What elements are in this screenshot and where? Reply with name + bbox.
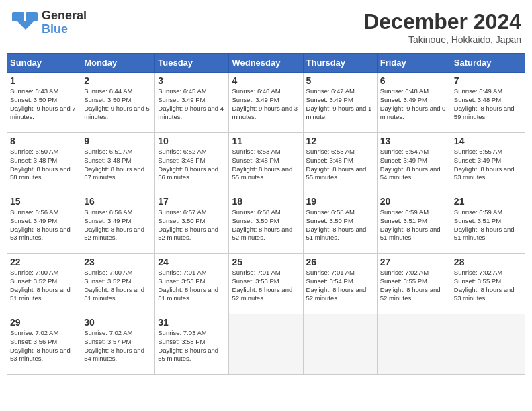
weekday-friday: Friday: [377, 54, 451, 73]
day-number: 6: [380, 75, 448, 86]
weekday-saturday: Saturday: [451, 54, 525, 73]
day-number: 27: [380, 257, 448, 267]
day-info: Sunrise: 6:59 AM Sunset: 3:51 PM Dayligh…: [454, 208, 522, 242]
weekday-sunday: Sunday: [7, 54, 81, 73]
day-cell-16: 16Sunrise: 6:56 AM Sunset: 3:49 PM Dayli…: [81, 193, 155, 254]
day-cell-12: 12Sunrise: 6:53 AM Sunset: 3:48 PM Dayli…: [303, 133, 377, 193]
svg-rect-0: [12, 12, 24, 21]
day-info: Sunrise: 7:02 AM Sunset: 3:57 PM Dayligh…: [84, 329, 152, 363]
day-number: 3: [158, 75, 226, 86]
day-info: Sunrise: 6:54 AM Sunset: 3:49 PM Dayligh…: [380, 148, 448, 182]
header: General Blue December 2024 Takinoue, Hok…: [7, 7, 525, 48]
day-number: 20: [380, 196, 448, 207]
day-number: 8: [10, 136, 78, 146]
day-info: Sunrise: 7:02 AM Sunset: 3:56 PM Dayligh…: [10, 329, 78, 363]
day-number: 19: [306, 196, 374, 207]
day-cell-11: 11Sunrise: 6:53 AM Sunset: 3:48 PM Dayli…: [229, 133, 303, 193]
day-cell-26: 26Sunrise: 7:01 AM Sunset: 3:54 PM Dayli…: [303, 254, 377, 314]
day-number: 2: [84, 75, 152, 86]
empty-cell: [229, 314, 303, 375]
day-info: Sunrise: 6:47 AM Sunset: 3:49 PM Dayligh…: [306, 87, 374, 122]
location-title: Takinoue, Hokkaido, Japan: [363, 34, 521, 45]
empty-cell: [377, 314, 451, 375]
empty-cell: [451, 314, 525, 375]
day-number: 15: [10, 196, 78, 207]
day-cell-18: 18Sunrise: 6:58 AM Sunset: 3:50 PM Dayli…: [229, 193, 303, 254]
day-info: Sunrise: 6:50 AM Sunset: 3:48 PM Dayligh…: [10, 148, 78, 182]
day-cell-5: 5Sunrise: 6:47 AM Sunset: 3:49 PM Daylig…: [303, 73, 377, 133]
day-cell-10: 10Sunrise: 6:52 AM Sunset: 3:48 PM Dayli…: [155, 133, 229, 193]
title-area: December 2024 Takinoue, Hokkaido, Japan: [363, 9, 521, 45]
day-info: Sunrise: 7:01 AM Sunset: 3:53 PM Dayligh…: [232, 269, 300, 303]
day-info: Sunrise: 6:43 AM Sunset: 3:50 PM Dayligh…: [10, 87, 78, 122]
calendar-body: 1Sunrise: 6:43 AM Sunset: 3:50 PM Daylig…: [7, 73, 525, 375]
day-number: 14: [454, 136, 522, 146]
day-cell-28: 28Sunrise: 7:02 AM Sunset: 3:55 PM Dayli…: [451, 254, 525, 314]
day-info: Sunrise: 7:01 AM Sunset: 3:54 PM Dayligh…: [306, 269, 374, 303]
logo: General Blue: [11, 9, 87, 36]
day-number: 24: [158, 257, 226, 267]
day-cell-2: 2Sunrise: 6:44 AM Sunset: 3:50 PM Daylig…: [81, 73, 155, 133]
day-cell-3: 3Sunrise: 6:45 AM Sunset: 3:49 PM Daylig…: [155, 73, 229, 133]
week-row-3: 15Sunrise: 6:56 AM Sunset: 3:49 PM Dayli…: [7, 193, 525, 254]
day-info: Sunrise: 7:01 AM Sunset: 3:53 PM Dayligh…: [158, 269, 226, 303]
day-number: 13: [380, 136, 448, 146]
day-cell-19: 19Sunrise: 6:58 AM Sunset: 3:50 PM Dayli…: [303, 193, 377, 254]
day-number: 7: [454, 75, 522, 86]
day-info: Sunrise: 7:00 AM Sunset: 3:52 PM Dayligh…: [84, 269, 152, 303]
week-row-4: 22Sunrise: 7:00 AM Sunset: 3:52 PM Dayli…: [7, 254, 525, 314]
day-cell-6: 6Sunrise: 6:48 AM Sunset: 3:49 PM Daylig…: [377, 73, 451, 133]
day-info: Sunrise: 6:58 AM Sunset: 3:50 PM Dayligh…: [306, 208, 374, 242]
day-number: 23: [84, 257, 152, 267]
day-number: 10: [158, 136, 226, 146]
day-info: Sunrise: 7:02 AM Sunset: 3:55 PM Dayligh…: [380, 269, 448, 303]
day-cell-15: 15Sunrise: 6:56 AM Sunset: 3:49 PM Dayli…: [7, 193, 81, 254]
day-number: 17: [158, 196, 226, 207]
day-info: Sunrise: 6:44 AM Sunset: 3:50 PM Dayligh…: [84, 87, 152, 122]
day-cell-27: 27Sunrise: 7:02 AM Sunset: 3:55 PM Dayli…: [377, 254, 451, 314]
day-number: 31: [158, 317, 226, 328]
day-cell-13: 13Sunrise: 6:54 AM Sunset: 3:49 PM Dayli…: [377, 133, 451, 193]
day-number: 12: [306, 136, 374, 146]
day-number: 26: [306, 257, 374, 267]
empty-cell: [303, 314, 377, 375]
weekday-wednesday: Wednesday: [229, 54, 303, 73]
day-number: 16: [84, 196, 152, 207]
day-info: Sunrise: 6:59 AM Sunset: 3:51 PM Dayligh…: [380, 208, 448, 242]
day-info: Sunrise: 6:49 AM Sunset: 3:48 PM Dayligh…: [454, 87, 522, 122]
day-info: Sunrise: 6:57 AM Sunset: 3:50 PM Dayligh…: [158, 208, 226, 242]
day-number: 21: [454, 196, 522, 207]
day-cell-21: 21Sunrise: 6:59 AM Sunset: 3:51 PM Dayli…: [451, 193, 525, 254]
day-info: Sunrise: 6:56 AM Sunset: 3:49 PM Dayligh…: [84, 208, 152, 242]
day-info: Sunrise: 7:00 AM Sunset: 3:52 PM Dayligh…: [10, 269, 78, 303]
day-cell-7: 7Sunrise: 6:49 AM Sunset: 3:48 PM Daylig…: [451, 73, 525, 133]
day-info: Sunrise: 6:53 AM Sunset: 3:48 PM Dayligh…: [306, 148, 374, 182]
calendar-table: SundayMondayTuesdayWednesdayThursdayFrid…: [7, 53, 525, 375]
day-cell-20: 20Sunrise: 6:59 AM Sunset: 3:51 PM Dayli…: [377, 193, 451, 254]
day-info: Sunrise: 6:53 AM Sunset: 3:48 PM Dayligh…: [232, 148, 300, 182]
weekday-monday: Monday: [81, 54, 155, 73]
day-number: 11: [232, 136, 300, 146]
day-cell-8: 8Sunrise: 6:50 AM Sunset: 3:48 PM Daylig…: [7, 133, 81, 193]
svg-marker-2: [17, 21, 34, 30]
day-cell-29: 29Sunrise: 7:02 AM Sunset: 3:56 PM Dayli…: [7, 314, 81, 375]
day-cell-23: 23Sunrise: 7:00 AM Sunset: 3:52 PM Dayli…: [81, 254, 155, 314]
day-cell-24: 24Sunrise: 7:01 AM Sunset: 3:53 PM Dayli…: [155, 254, 229, 314]
logo-line2: Blue: [42, 23, 87, 36]
day-number: 28: [454, 257, 522, 267]
day-number: 29: [10, 317, 78, 328]
week-row-2: 8Sunrise: 6:50 AM Sunset: 3:48 PM Daylig…: [7, 133, 525, 193]
day-info: Sunrise: 6:48 AM Sunset: 3:49 PM Dayligh…: [380, 87, 448, 122]
day-info: Sunrise: 6:46 AM Sunset: 3:49 PM Dayligh…: [232, 87, 300, 122]
day-info: Sunrise: 6:56 AM Sunset: 3:49 PM Dayligh…: [10, 208, 78, 242]
day-info: Sunrise: 6:51 AM Sunset: 3:48 PM Dayligh…: [84, 148, 152, 182]
day-cell-1: 1Sunrise: 6:43 AM Sunset: 3:50 PM Daylig…: [7, 73, 81, 133]
day-number: 30: [84, 317, 152, 328]
weekday-header-row: SundayMondayTuesdayWednesdayThursdayFrid…: [7, 54, 525, 73]
day-cell-22: 22Sunrise: 7:00 AM Sunset: 3:52 PM Dayli…: [7, 254, 81, 314]
day-info: Sunrise: 6:52 AM Sunset: 3:48 PM Dayligh…: [158, 148, 226, 182]
svg-rect-1: [26, 12, 38, 21]
weekday-tuesday: Tuesday: [155, 54, 229, 73]
day-cell-31: 31Sunrise: 7:03 AM Sunset: 3:58 PM Dayli…: [155, 314, 229, 375]
day-info: Sunrise: 7:02 AM Sunset: 3:55 PM Dayligh…: [454, 269, 522, 303]
